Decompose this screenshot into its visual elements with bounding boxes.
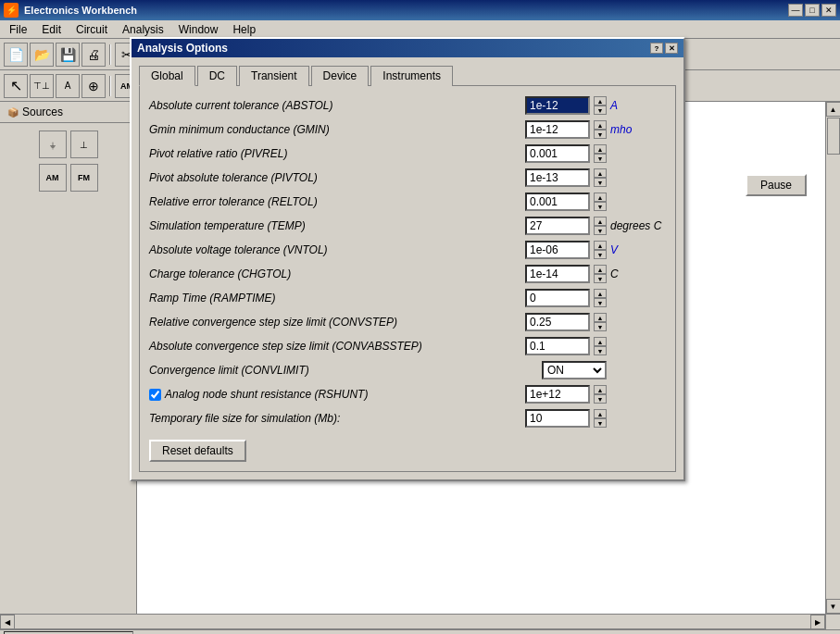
- input-vntol[interactable]: [525, 241, 590, 259]
- input-group-pivrel: ▲ ▼: [525, 144, 666, 163]
- spin-down-convabsstep[interactable]: ▼: [594, 346, 607, 355]
- field-pivtol: Pivot absolute tolerance (PIVTOL) ▲ ▼: [149, 168, 666, 188]
- dialog-help-button[interactable]: ?: [650, 43, 663, 54]
- spin-down-gmin[interactable]: ▼: [594, 130, 607, 139]
- tab-global[interactable]: Global: [139, 66, 195, 86]
- spin-up-abstol[interactable]: ▲: [594, 96, 607, 106]
- field-vntol: Absolute voltage tolerance (VNTOL) ▲ ▼ V: [149, 240, 666, 260]
- field-tempfile: Temporary file size for simulation (Mb):…: [149, 408, 666, 429]
- dc-source[interactable]: FM: [70, 164, 98, 192]
- new-button[interactable]: 📄: [4, 43, 28, 67]
- reset-defaults-button[interactable]: Reset defaults: [149, 440, 246, 462]
- spin-ramptime: ▲ ▼: [594, 289, 607, 307]
- input-rshunt[interactable]: [525, 385, 590, 404]
- open-button[interactable]: 📂: [30, 43, 54, 67]
- analysis-options-dialog: Analysis Options ? ✕ Global DC Transient…: [130, 37, 685, 481]
- input-ramptime[interactable]: [525, 289, 590, 307]
- spin-up-convabsstep[interactable]: ▲: [594, 337, 607, 346]
- vertical-scrollbar[interactable]: ▲ ▼: [825, 102, 840, 614]
- input-abstol[interactable]: [525, 96, 590, 115]
- junction-button[interactable]: ⊕: [81, 74, 106, 98]
- tab-transient[interactable]: Transient: [239, 66, 309, 86]
- scroll-up-button[interactable]: ▲: [826, 102, 841, 117]
- spin-down-abstol[interactable]: ▼: [594, 106, 607, 115]
- field-convabsstep: Absolute convergence step size limit (CO…: [149, 336, 666, 356]
- wire-button[interactable]: ⊤⊥: [30, 74, 54, 98]
- input-convabsstep[interactable]: [525, 337, 590, 355]
- spin-down-rshunt[interactable]: ▼: [594, 394, 607, 404]
- checkbox-rshunt[interactable]: [149, 389, 161, 401]
- spin-down-temp[interactable]: ▼: [594, 226, 607, 235]
- left-panel-header: 📦 Sources: [0, 102, 136, 123]
- spin-up-rshunt[interactable]: ▲: [594, 385, 607, 394]
- tab-device[interactable]: Device: [311, 66, 370, 86]
- label-ramptime: Ramp Time (RAMPTIME): [149, 292, 525, 305]
- spin-down-ramptime[interactable]: ▼: [594, 298, 607, 307]
- menu-help[interactable]: Help: [225, 21, 263, 38]
- menu-window[interactable]: Window: [171, 21, 226, 38]
- menu-analysis[interactable]: Analysis: [115, 21, 171, 38]
- tab-dc[interactable]: DC: [197, 66, 237, 86]
- menu-file[interactable]: File: [2, 21, 34, 38]
- spin-up-temp[interactable]: ▲: [594, 217, 607, 226]
- print-button[interactable]: 🖨: [81, 43, 106, 67]
- spin-up-vntol[interactable]: ▲: [594, 241, 607, 250]
- gnd-symbol[interactable]: ⏚: [39, 131, 67, 158]
- label-pivrel: Pivot relative ratio (PIVREL): [149, 147, 525, 160]
- spin-down-convstep[interactable]: ▼: [594, 322, 607, 331]
- dialog-close-button[interactable]: ✕: [665, 43, 678, 54]
- label-temp: Simulation temperature (TEMP): [149, 219, 525, 232]
- title-bar: ⚡ Electronics Workbench — □ ✕: [0, 0, 840, 20]
- spin-up-pivrel[interactable]: ▲: [594, 144, 607, 154]
- maximize-button[interactable]: □: [805, 4, 820, 17]
- close-button[interactable]: ✕: [821, 4, 836, 17]
- scroll-corner: [825, 615, 840, 629]
- menu-edit[interactable]: Edit: [34, 21, 69, 38]
- ac-source[interactable]: AM: [39, 164, 67, 192]
- input-group-rshunt: ▲ ▼: [525, 385, 666, 404]
- unit-chgtol: C: [610, 267, 666, 280]
- spin-down-reltol[interactable]: ▼: [594, 202, 607, 211]
- spin-convabsstep: ▲ ▼: [594, 337, 607, 355]
- pause-button[interactable]: Pause: [746, 174, 807, 196]
- input-chgtol[interactable]: [525, 265, 590, 283]
- tab-bar: Global DC Transient Device Instruments: [139, 65, 676, 85]
- input-group-convstep: ▲ ▼: [525, 313, 666, 331]
- pointer-button[interactable]: ↖: [4, 74, 28, 98]
- input-pivtol[interactable]: [525, 168, 590, 187]
- vref-symbol[interactable]: ⊥: [70, 131, 98, 158]
- input-reltol[interactable]: [525, 193, 590, 211]
- scroll-left-button[interactable]: ◀: [0, 615, 15, 629]
- spin-down-pivtol[interactable]: ▼: [594, 178, 607, 187]
- spin-down-vntol[interactable]: ▼: [594, 250, 607, 259]
- unit-gmin: mho: [610, 123, 666, 136]
- label-button[interactable]: A: [56, 74, 80, 98]
- input-tempfile[interactable]: [525, 409, 590, 428]
- select-convlimit[interactable]: ON OFF: [542, 361, 607, 379]
- input-temp[interactable]: [525, 217, 590, 235]
- scroll-thumb[interactable]: [827, 118, 840, 155]
- spin-tempfile: ▲ ▼: [594, 409, 607, 428]
- spin-up-reltol[interactable]: ▲: [594, 193, 607, 202]
- tab-instruments[interactable]: Instruments: [370, 66, 453, 86]
- spin-up-chgtol[interactable]: ▲: [594, 265, 607, 274]
- spin-down-chgtol[interactable]: ▼: [594, 274, 607, 283]
- field-ramptime: Ramp Time (RAMPTIME) ▲ ▼: [149, 288, 666, 308]
- input-pivrel[interactable]: [525, 144, 590, 163]
- spin-up-gmin[interactable]: ▲: [594, 120, 607, 130]
- spin-up-pivtol[interactable]: ▲: [594, 168, 607, 178]
- input-gmin[interactable]: [525, 120, 590, 139]
- label-gmin: Gmin minimum conductance (GMIN): [149, 123, 525, 136]
- input-convstep[interactable]: [525, 313, 590, 331]
- scroll-down-button[interactable]: ▼: [826, 599, 841, 614]
- menu-circuit[interactable]: Circuit: [69, 21, 115, 38]
- spin-up-convstep[interactable]: ▲: [594, 313, 607, 322]
- spin-down-tempfile[interactable]: ▼: [594, 418, 607, 428]
- spin-down-pivrel[interactable]: ▼: [594, 154, 607, 163]
- save-button[interactable]: 💾: [56, 43, 80, 67]
- spin-up-ramptime[interactable]: ▲: [594, 289, 607, 298]
- scroll-right-button[interactable]: ▶: [810, 615, 825, 629]
- minimize-button[interactable]: —: [788, 4, 803, 17]
- spin-up-tempfile[interactable]: ▲: [594, 409, 607, 418]
- input-group-tempfile: ▲ ▼: [525, 409, 666, 428]
